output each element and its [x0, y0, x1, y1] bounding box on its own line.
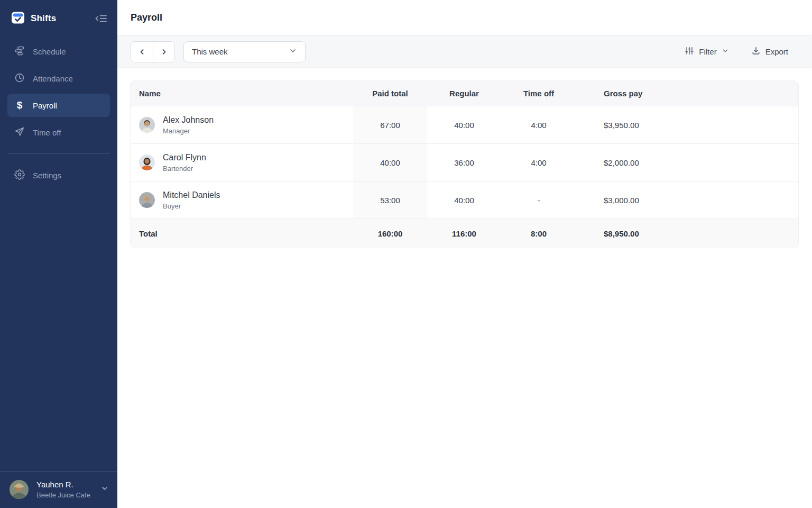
- main-area: Payroll This week: [117, 0, 812, 508]
- gross-pay-cell: $3,950.00: [576, 121, 798, 130]
- user-organization: Beetle Juice Cafe: [36, 491, 93, 499]
- employee-cell: Carol Flynn Bartender: [131, 144, 353, 181]
- employee-name: Alex Johnson: [163, 115, 214, 125]
- employee-role: Manager: [163, 127, 214, 135]
- page-header: Payroll: [117, 0, 812, 36]
- table-row[interactable]: Alex Johnson Manager 67:00 40:00 4:00 $3…: [131, 106, 798, 143]
- sidebar-item-label: Time off: [33, 128, 61, 137]
- column-header-time-off: Time off: [501, 89, 576, 98]
- column-header-name: Name: [131, 89, 353, 98]
- sidebar-item-label: Schedule: [33, 47, 66, 56]
- column-header-regular: Regular: [427, 89, 501, 98]
- avatar: [139, 192, 155, 208]
- chevron-down-icon: [100, 484, 109, 495]
- user-menu[interactable]: Yauhen R. Beetle Juice Cafe: [0, 471, 117, 508]
- previous-period-button[interactable]: [131, 42, 153, 62]
- toolbar-right: Filter Export: [685, 46, 788, 57]
- time-off-cell: -: [501, 196, 576, 205]
- regular-cell: 40:00: [427, 196, 501, 205]
- employee-name: Mitchel Daniels: [163, 190, 220, 200]
- filter-button-label: Filter: [699, 47, 716, 56]
- gear-icon: [14, 169, 25, 182]
- app-window: Shifts Schedule: [0, 0, 812, 508]
- column-header-paid-total: Paid total: [353, 89, 427, 98]
- sidebar-item-settings[interactable]: Settings: [7, 164, 110, 187]
- export-button-label: Export: [765, 47, 788, 56]
- sidebar-item-attendance[interactable]: Attendance: [7, 67, 110, 90]
- total-paid-total-cell: 160:00: [353, 229, 427, 238]
- user-name: Yauhen R.: [36, 480, 93, 489]
- sidebar-collapse-button[interactable]: [93, 12, 109, 25]
- employee-texts: Alex Johnson Manager: [163, 115, 214, 135]
- time-off-cell: 4:00: [501, 121, 576, 130]
- table-total-row: Total 160:00 116:00 8:00 $8,950.00: [131, 219, 798, 248]
- payroll-table: Name Paid total Regular Time off Gross p…: [131, 81, 798, 248]
- table-row[interactable]: Carol Flynn Bartender 40:00 36:00 4:00 $…: [131, 143, 798, 181]
- period-select-value: This week: [192, 47, 228, 56]
- avatar: [139, 117, 155, 133]
- table-row[interactable]: Mitchel Daniels Buyer 53:00 40:00 - $3,0…: [131, 181, 798, 219]
- dollar-icon: $: [14, 99, 25, 111]
- employee-name: Carol Flynn: [163, 153, 206, 162]
- next-period-button[interactable]: [153, 42, 174, 62]
- gross-pay-cell: $2,000.00: [576, 158, 798, 167]
- sidebar-divider: [7, 153, 110, 154]
- sidebar-item-label: Payroll: [33, 101, 57, 110]
- time-off-cell: 4:00: [501, 158, 576, 167]
- paid-total-cell: 67:00: [353, 106, 427, 143]
- user-texts: Yauhen R. Beetle Juice Cafe: [36, 480, 93, 499]
- column-header-gross-pay: Gross pay: [576, 89, 798, 98]
- app-logo-calendar-icon: [11, 10, 25, 27]
- table-header-row: Name Paid total Regular Time off Gross p…: [131, 81, 798, 106]
- user-avatar: [10, 480, 29, 499]
- chevron-down-icon: [289, 47, 297, 57]
- avatar: [139, 155, 155, 170]
- sidebar-nav: Schedule Attendance $ Payroll: [0, 40, 117, 187]
- regular-cell: 40:00: [427, 121, 501, 130]
- export-button[interactable]: Export: [751, 46, 788, 57]
- paid-total-cell: 53:00: [353, 182, 427, 219]
- sidebar-item-payroll[interactable]: $ Payroll: [7, 94, 110, 117]
- clock-icon: [14, 72, 25, 85]
- total-label: Total: [131, 229, 353, 238]
- schedule-icon: [14, 46, 25, 58]
- paid-total-cell: 40:00: [353, 144, 427, 181]
- chevron-down-icon: [722, 47, 729, 56]
- employee-cell: Alex Johnson Manager: [131, 106, 353, 143]
- total-time-off-cell: 8:00: [501, 229, 576, 238]
- brand: Shifts: [0, 0, 117, 40]
- employee-role: Buyer: [163, 202, 220, 210]
- period-select[interactable]: This week: [183, 41, 306, 62]
- sidebar-item-time-off[interactable]: Time off: [7, 121, 110, 144]
- employee-texts: Carol Flynn Bartender: [163, 153, 206, 173]
- sidebar-item-schedule[interactable]: Schedule: [7, 40, 110, 63]
- download-icon: [751, 46, 761, 57]
- total-gross-pay-cell: $8,950.00: [576, 229, 798, 238]
- regular-cell: 36:00: [427, 158, 501, 167]
- toolbar: This week Filter: [117, 36, 812, 67]
- sidebar-item-label: Attendance: [33, 74, 73, 83]
- sidebar-item-label: Settings: [33, 171, 61, 180]
- app-title: Shifts: [31, 13, 88, 24]
- page-title: Payroll: [131, 12, 162, 23]
- filter-button[interactable]: Filter: [685, 46, 728, 57]
- paper-plane-icon: [14, 126, 25, 139]
- period-pager: [131, 41, 175, 62]
- employee-cell: Mitchel Daniels Buyer: [131, 182, 353, 219]
- employee-texts: Mitchel Daniels Buyer: [163, 190, 220, 210]
- employee-role: Bartender: [163, 165, 206, 173]
- gross-pay-cell: $3,000.00: [576, 196, 798, 205]
- filter-sliders-icon: [685, 46, 694, 57]
- total-regular-cell: 116:00: [427, 229, 501, 238]
- sidebar: Shifts Schedule: [0, 0, 117, 508]
- content-area: Name Paid total Regular Time off Gross p…: [117, 67, 812, 508]
